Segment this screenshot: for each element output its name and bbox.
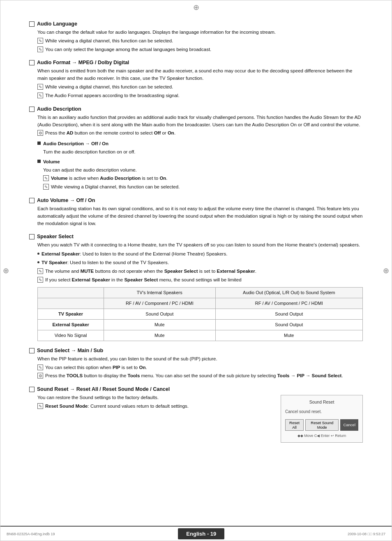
title-text: Audio Format → MPEG / Dolby Digital — [37, 60, 129, 65]
footer-page-label: English - 19 — [178, 528, 224, 539]
bullet-text: TV Speaker: Used to listen to the sound … — [42, 259, 169, 267]
subsection-volume-body: You can adjust the audio description vol… — [43, 167, 363, 191]
pencil-icon — [37, 403, 43, 409]
section-title-auto-volume: Auto Volume → Off / On — [29, 197, 363, 203]
title-text: Sound Select → Main / Sub — [37, 348, 103, 353]
bullet-dot-icon — [37, 261, 39, 263]
table-cell-mute-1: Mute — [104, 319, 215, 330]
sound-reset-message: Cancel sound reset. — [285, 409, 358, 415]
title-text: Speaker Select — [37, 234, 74, 239]
note-2: If you select External Speaker in the Sp… — [37, 276, 363, 284]
note-1: The volume and MUTE buttons do not opera… — [37, 268, 363, 275]
subsection-title-text: Volume — [43, 158, 60, 166]
section-body-sound-reset: Sound Reset Cancel sound reset. Reset Al… — [37, 394, 363, 410]
pencil-icon — [37, 38, 43, 44]
note-text: Volume is active when Audio Description … — [51, 175, 168, 182]
table-cell-sound-output-2: Sound Output — [215, 309, 362, 319]
checkbox-icon — [29, 60, 35, 65]
tools-icon — [37, 130, 43, 136]
section-audio-language: Audio Language You can change the defaul… — [29, 21, 363, 53]
tools-icon — [37, 373, 43, 378]
bullet-dot-icon — [37, 253, 39, 255]
note-text: While viewing a digital channel, this fu… — [45, 84, 173, 91]
square-icon — [37, 160, 41, 163]
table-cell-sound-output-3: Sound Output — [215, 319, 362, 330]
table-row: TV Speaker Sound Output Sound Output — [38, 309, 363, 319]
note-text: Press the AD button on the remote contro… — [45, 130, 175, 137]
checkbox-icon — [29, 387, 35, 392]
section-title-audio-language: Audio Language — [29, 21, 363, 27]
subsection-body: Turn the audio description function on o… — [43, 149, 363, 156]
section-audio-description: Audio Description This is an auxiliary a… — [29, 106, 363, 191]
note-1: While viewing a digital channel, this fu… — [37, 84, 363, 91]
title-text: Audio Language — [37, 21, 77, 27]
sound-reset-dialog: Sound Reset Cancel sound reset. Reset Al… — [281, 395, 363, 443]
title-text: Audio Description — [37, 106, 81, 112]
note-text: The volume and MUTE buttons do not opera… — [45, 268, 256, 275]
body-text: You can change the default value for aud… — [37, 29, 363, 36]
crosshair-right-icon: ⊕ — [383, 266, 389, 275]
body-text: When you watch TV with it connecting to … — [37, 241, 363, 249]
title-text: Auto Volume → Off / On — [37, 197, 95, 203]
sound-reset-dialog-title: Sound Reset — [285, 399, 358, 405]
note-text: While viewing a Digital channel, this fu… — [51, 183, 180, 191]
note-2: Press the TOOLS button to display the To… — [37, 372, 363, 380]
table-header-audio-out: Audio Out (Optical, L/R Out) to Sound Sy… — [215, 287, 362, 298]
crosshair-top-icon: ⊕ — [193, 3, 199, 12]
body-text: When the PIP feature is activated, you c… — [37, 355, 363, 363]
sound-reset-buttons-group: Reset All Reset Sound Mode Cancel — [285, 419, 358, 431]
sound-reset-nav: ◆◆ Move C◀ Enter ↩ Return — [285, 433, 358, 439]
reset-all-button[interactable]: Reset All — [285, 419, 304, 431]
table-cell-mute-2: Mute — [104, 330, 215, 341]
reset-sound-mode-button[interactable]: Reset Sound Mode — [305, 419, 339, 431]
table-row: External Speaker Mute Sound Output — [38, 319, 363, 330]
title-text: Sound Reset → Reset All / Reset Sound Mo… — [37, 386, 170, 392]
speaker-table: TV's Internal Speakers Audio Out (Optica… — [37, 287, 363, 341]
checkbox-icon — [29, 21, 35, 27]
section-audio-format: Audio Format → MPEG / Dolby Digital When… — [29, 60, 363, 99]
note-text: If you select External Speaker in the Sp… — [45, 276, 242, 284]
table-row: Video No Signal Mute Mute — [38, 330, 363, 341]
section-body-auto-volume: Each broadcasting station has its own si… — [37, 205, 363, 227]
pencil-icon — [37, 46, 43, 52]
table-cell-tv-speaker: TV Speaker — [38, 309, 104, 319]
page-content: Audio Language You can change the defaul… — [0, 0, 392, 470]
checkbox-icon — [29, 107, 35, 112]
body-text: This is an auxiliary audio function that… — [37, 114, 363, 129]
note-2: The Audio Format appears according to th… — [37, 92, 363, 100]
section-title-speaker-select: Speaker Select — [29, 234, 363, 239]
footer-date: 2009-10-08 □□ 9:53:27 — [348, 532, 385, 536]
subsection-title-ad-off-on: Audio Description → Off / On — [37, 140, 363, 148]
table-cell-sound-output-1: Sound Output — [104, 309, 215, 319]
section-sound-reset: Sound Reset → Reset All / Reset Sound Mo… — [29, 386, 363, 443]
cancel-button[interactable]: Cancel — [340, 419, 358, 431]
note-1: While viewing a digital channel, this fu… — [37, 37, 363, 45]
section-title-audio-format: Audio Format → MPEG / Dolby Digital — [29, 60, 363, 65]
square-icon — [37, 142, 41, 145]
table-header-internal: TV's Internal Speakers — [104, 287, 215, 298]
section-title-sound-reset: Sound Reset → Reset All / Reset Sound Mo… — [29, 386, 363, 392]
crosshair-left-icon: ⊕ — [3, 266, 9, 275]
pencil-icon — [43, 175, 49, 181]
table-cell-video-no-signal: Video No Signal — [38, 330, 104, 341]
section-body-speaker-select: When you watch TV with it connecting to … — [37, 241, 363, 341]
page: ⊕ ⊕ ⊕ Audio Language You can change the … — [0, 0, 392, 541]
footer: BN68-02325A-04Eng.indb 19 English - 19 2… — [0, 526, 392, 541]
note-1: Volume is active when Audio Description … — [43, 175, 363, 182]
section-title-audio-description: Audio Description — [29, 106, 363, 112]
table-cell-mute-3: Mute — [215, 330, 362, 341]
bullet-text: External Speaker: Used to listen to the … — [42, 251, 227, 258]
note-text: Press the TOOLS button to display the To… — [45, 372, 343, 380]
table-subheader-empty — [38, 298, 104, 309]
checkbox-icon — [29, 348, 35, 353]
pencil-icon — [37, 93, 43, 98]
note-1: You can select this option when PIP is s… — [37, 364, 363, 372]
section-body-audio-description: This is an auxiliary audio function that… — [37, 114, 363, 191]
note-2: While viewing a Digital channel, this fu… — [43, 183, 363, 191]
section-auto-volume: Auto Volume → Off / On Each broadcasting… — [29, 197, 363, 227]
subsection-title-text: Audio Description → Off / On — [43, 140, 108, 148]
pencil-icon — [37, 268, 43, 274]
checkbox-icon — [29, 234, 35, 239]
table-subheader-rf2: RF / AV / Component / PC / HDMI — [215, 298, 362, 309]
bullet-external: External Speaker: Used to listen to the … — [37, 251, 363, 258]
